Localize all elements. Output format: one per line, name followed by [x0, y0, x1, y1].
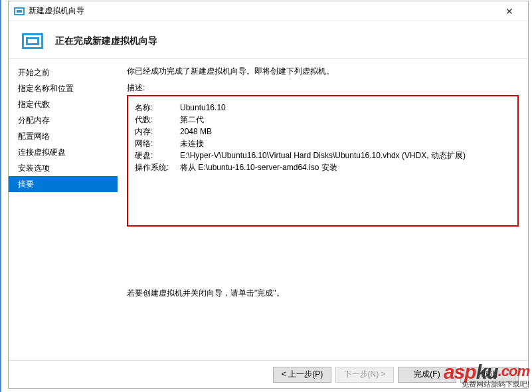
- description-label: 描述:: [127, 82, 519, 94]
- sidebar-item-network[interactable]: 配置网络: [9, 128, 118, 144]
- finish-button[interactable]: 完成(F): [398, 367, 456, 383]
- summary-value: E:\Hyper-V\Ubuntu16.10\Virtual Hard Disk…: [180, 149, 511, 161]
- next-button: 下一步(N) >: [335, 367, 394, 383]
- summary-key: 操作系统:: [135, 161, 180, 173]
- hyperv-icon: [14, 6, 25, 17]
- wizard-main: 你已经成功完成了新建虚拟机向导。即将创建下列虚拟机。 描述: 名称: Ubunt…: [118, 59, 528, 360]
- wizard-header: 正在完成新建虚拟机向导: [9, 21, 528, 59]
- sidebar-item-memory[interactable]: 分配内存: [9, 112, 118, 128]
- cancel-button[interactable]: 取消: [460, 367, 519, 383]
- summary-row-os: 操作系统: 将从 E:\ubuntu-16.10-server-amd64.is…: [135, 161, 511, 173]
- sidebar-item-install-options[interactable]: 安装选项: [9, 160, 118, 176]
- wizard-body: 开始之前 指定名称和位置 指定代数 分配内存 配置网络 连接虚拟硬盘 安装选项 …: [9, 59, 528, 360]
- svg-rect-2: [17, 10, 22, 13]
- wizard-sidebar: 开始之前 指定名称和位置 指定代数 分配内存 配置网络 连接虚拟硬盘 安装选项 …: [9, 59, 118, 360]
- summary-row-disk: 硬盘: E:\Hyper-V\Ubuntu16.10\Virtual Hard …: [135, 149, 511, 161]
- page-title: 正在完成新建虚拟机向导: [55, 35, 157, 47]
- summary-key: 硬盘:: [135, 149, 180, 161]
- sidebar-item-before-begin[interactable]: 开始之前: [9, 64, 118, 80]
- sidebar-item-summary[interactable]: 摘要: [9, 176, 118, 192]
- summary-row-generation: 代数: 第二代: [135, 114, 511, 126]
- summary-value: 第二代: [180, 114, 511, 126]
- summary-value: 将从 E:\ubuntu-16.10-server-amd64.iso 安装: [180, 161, 511, 173]
- sidebar-item-name-location[interactable]: 指定名称和位置: [9, 80, 118, 96]
- summary-key: 名称:: [135, 102, 180, 114]
- summary-value: Ubuntu16.10: [180, 102, 511, 114]
- summary-key: 内存:: [135, 126, 180, 138]
- prev-button[interactable]: < 上一步(P): [273, 367, 331, 383]
- hyperv-large-icon: [22, 33, 43, 49]
- sidebar-item-generation[interactable]: 指定代数: [9, 96, 118, 112]
- wizard-footer: < 上一步(P) 下一步(N) > 完成(F) 取消: [9, 360, 528, 388]
- window-title: 新建虚拟机向导: [29, 5, 496, 17]
- summary-key: 网络:: [135, 138, 180, 149]
- wizard-window: 新建虚拟机向导 ✕ 正在完成新建虚拟机向导 开始之前 指定名称和位置 指定代数 …: [8, 1, 529, 389]
- intro-text: 你已经成功完成了新建虚拟机向导。即将创建下列虚拟机。: [127, 66, 519, 77]
- titlebar: 新建虚拟机向导 ✕: [9, 1, 528, 21]
- summary-value: 2048 MB: [180, 126, 511, 138]
- finish-instruction: 若要创建虚拟机并关闭向导，请单击"完成"。: [127, 288, 519, 299]
- summary-box: 名称: Ubuntu16.10 代数: 第二代 内存: 2048 MB 网络: …: [127, 95, 519, 227]
- summary-row-name: 名称: Ubuntu16.10: [135, 102, 511, 114]
- svg-rect-6: [28, 39, 37, 43]
- summary-row-memory: 内存: 2048 MB: [135, 126, 511, 138]
- close-button[interactable]: ✕: [496, 2, 523, 21]
- summary-key: 代数:: [135, 114, 180, 126]
- summary-value: 未连接: [180, 138, 511, 149]
- sidebar-item-vhd[interactable]: 连接虚拟硬盘: [9, 144, 118, 160]
- summary-row-network: 网络: 未连接: [135, 138, 511, 149]
